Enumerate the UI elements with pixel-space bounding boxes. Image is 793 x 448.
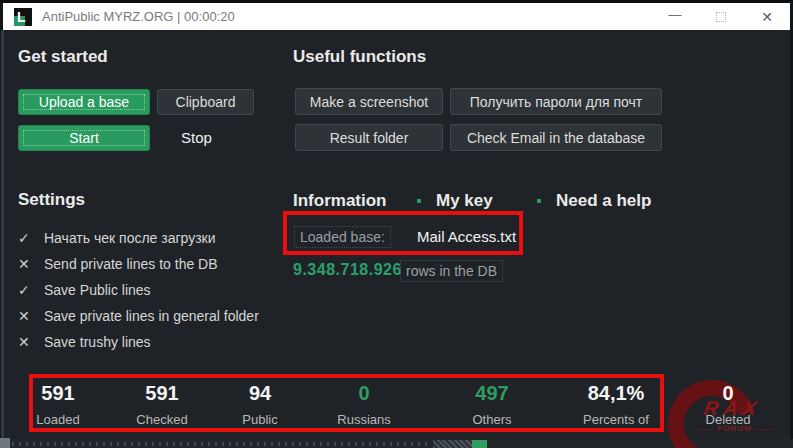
setting-label: Send private lines to the DB [44,256,218,272]
stat-label: Loaded [3,412,113,427]
progress-track-dots [12,442,432,446]
window-left-border [1,30,4,439]
result-folder-button[interactable]: Result folder [295,124,443,151]
setting-label: Начать чек после загрузки [44,230,216,246]
minimize-icon: — [669,10,682,20]
close-button[interactable]: ✕ [744,3,790,30]
settings-list: ✓ Начать чек после загрузки ✕ Send priva… [18,225,259,355]
stat-value: 94 [205,382,315,405]
window-title: AntiPublic MYRZ.ORG | 00:00:20 [42,9,235,24]
stat-label: Others [437,412,547,427]
setting-send-private-lines[interactable]: ✕ Send private lines to the DB [18,251,259,277]
upload-base-button[interactable]: Upload a base [18,89,150,115]
stat-value: 84,1% [561,382,671,405]
db-rows-label: rows in the DB [400,260,503,282]
loaded-base-value: Mail Access.txt [417,228,516,245]
titlebar: L AntiPublic MYRZ.ORG | 00:00:20 — ✕ [3,3,790,30]
stat-percents: 84,1% Percents of [561,382,671,427]
need-help-link[interactable]: Need a help [556,191,651,211]
dot-separator-icon [417,199,421,203]
check-email-db-button[interactable]: Check Email in the database [450,124,662,151]
stat-deleted: 0 Deleted [673,382,783,427]
stat-value: 591 [3,382,113,405]
stat-label: Public [205,412,315,427]
setting-label: Save trushy lines [44,334,151,350]
stat-value: 0 [309,382,419,405]
cross-icon: ✕ [18,256,35,272]
stat-label: Russians [309,412,419,427]
setting-save-trushy-lines[interactable]: ✕ Save trushy lines [18,329,259,355]
information-heading: Information [293,191,387,211]
checkmark-icon: ✓ [18,282,35,298]
stat-value: 497 [437,382,547,405]
setting-save-private-general-folder[interactable]: ✕ Save private lines in general folder [18,303,259,329]
minimize-button[interactable]: — [652,3,698,30]
app-window: L AntiPublic MYRZ.ORG | 00:00:20 — ✕ Get… [0,0,793,448]
maximize-icon [716,12,726,22]
maximize-button[interactable] [698,3,744,30]
cross-icon: ✕ [18,308,35,324]
window-controls: — ✕ [652,3,790,30]
start-button[interactable]: Start [18,125,150,151]
setting-label: Save Public lines [44,282,151,298]
stat-label: Percents of [561,412,671,427]
progress-hatch [433,440,472,448]
my-key-link[interactable]: My key [436,191,493,211]
db-rows-count: 9.348.718.926 [293,261,402,279]
loaded-base-label: Loaded base: [294,226,391,248]
stat-label: Deleted [673,412,783,427]
clipboard-button[interactable]: Clipboard [157,89,254,115]
make-screenshot-button[interactable]: Make a screenshot [295,88,443,115]
get-mail-passwords-button[interactable]: Получить пароли для почт [450,88,662,115]
settings-heading: Settings [18,190,85,210]
stat-russians: 0 Russians [309,382,419,427]
stop-button[interactable]: Stop [181,129,212,146]
get-started-heading: Get started [18,47,108,67]
app-logo-letter: L [17,8,26,26]
checkmark-icon: ✓ [18,230,35,246]
dot-separator-icon [537,199,541,203]
useful-functions-heading: Useful functions [293,47,426,67]
stat-label: Checked [107,412,217,427]
close-icon: ✕ [761,9,773,25]
setting-save-public-lines[interactable]: ✓ Save Public lines [18,277,259,303]
progress-indicator [472,440,487,448]
stat-checked: 591 Checked [107,382,217,427]
stat-others: 497 Others [437,382,547,427]
cross-icon: ✕ [18,334,35,350]
stat-loaded: 591 Loaded [3,382,113,427]
stat-value: 0 [673,382,783,405]
window-corner-notch [0,438,10,448]
setting-start-check-after-load[interactable]: ✓ Начать чек после загрузки [18,225,259,251]
app-logo-icon: L [14,8,32,26]
stat-value: 591 [107,382,217,405]
setting-label: Save private lines in general folder [44,308,259,324]
stat-public: 94 Public [205,382,315,427]
